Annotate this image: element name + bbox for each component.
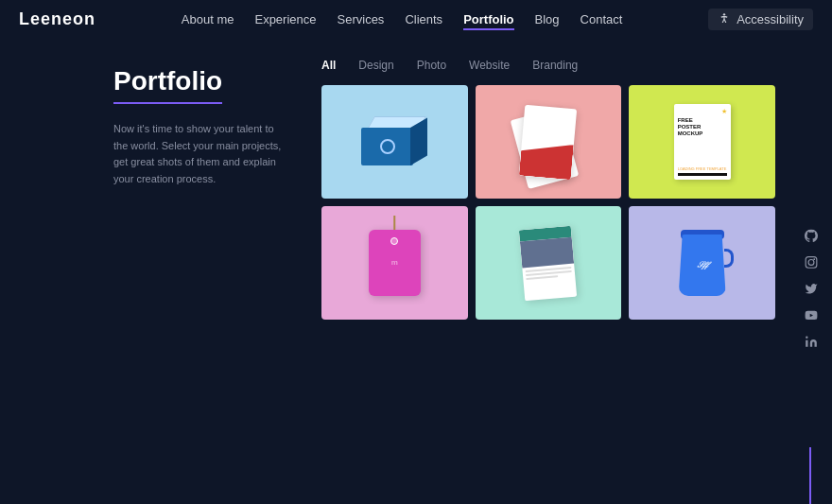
brochure: [519, 225, 577, 301]
filter-design[interactable]: Design: [358, 59, 393, 72]
instagram-icon[interactable]: [804, 254, 819, 269]
main-nav: Leeneon About me Experience Services Cli…: [0, 0, 832, 38]
logo: Leeneon: [19, 9, 95, 29]
youtube-icon[interactable]: [804, 307, 819, 322]
tag-text: m: [391, 258, 398, 268]
github-icon[interactable]: [804, 228, 819, 243]
poster-subtitle: LOADING FREE TEMPLATE: [678, 166, 727, 171]
box-front: [361, 128, 413, 165]
portfolio-item-cup[interactable]: 𝒮𝒻𝒻: [629, 206, 775, 320]
box-3d: [361, 116, 427, 168]
filter-tabs: All Design Photo Website Branding: [321, 47, 775, 72]
svg-point-5: [806, 336, 807, 338]
portfolio-item-box[interactable]: [321, 85, 468, 199]
linkedin-icon[interactable]: [804, 334, 819, 349]
filter-photo[interactable]: Photo: [417, 59, 446, 72]
nav-item-services[interactable]: Services: [338, 10, 385, 27]
accessibility-icon: [718, 12, 731, 26]
portfolio-area: All Design Photo Website Branding: [321, 47, 775, 320]
portfolio-item-brochure[interactable]: [476, 206, 622, 320]
poster-bar: [678, 173, 727, 176]
nav-links: About me Experience Services Clients Por…: [182, 10, 623, 27]
svg-point-0: [723, 13, 725, 15]
card-red-shape: [519, 140, 574, 180]
brochure-image: [520, 236, 574, 268]
portfolio-item-cards[interactable]: [476, 85, 622, 199]
filter-all[interactable]: All: [321, 59, 336, 72]
svg-point-2: [808, 259, 814, 265]
page-description: Now it's time to show your talent to the…: [113, 121, 284, 187]
filter-website[interactable]: Website: [469, 59, 510, 72]
cards-mockup: [476, 85, 622, 199]
social-icons: [804, 228, 819, 349]
tag-shape: m: [369, 230, 421, 296]
poster-star: ★: [721, 108, 727, 115]
tag-hole: [390, 237, 398, 245]
accessibility-label: Accessibility: [737, 12, 804, 26]
sidebar-text: Portfolio Now it's time to show your tal…: [113, 47, 284, 320]
nav-item-about[interactable]: About me: [182, 10, 234, 27]
cup-text: 𝒮𝒻𝒻: [697, 261, 708, 270]
cup-body: 𝒮𝒻𝒻: [679, 235, 726, 296]
tag-mockup: m: [321, 206, 468, 320]
portfolio-item-poster[interactable]: ★ FREEPOSTERMOCKUP LOADING FREE TEMPLATE: [629, 85, 775, 199]
poster-top: ★: [678, 108, 727, 115]
nav-item-clients[interactable]: Clients: [405, 10, 442, 27]
brochure-mockup: [476, 206, 622, 320]
accessibility-button[interactable]: Accessibility: [708, 9, 813, 30]
box-circle: [380, 139, 395, 154]
poster-mockup: ★ FREEPOSTERMOCKUP LOADING FREE TEMPLATE: [629, 85, 775, 199]
portfolio-item-tag[interactable]: m: [321, 206, 468, 320]
nav-item-contact[interactable]: Contact: [581, 10, 623, 27]
portfolio-grid: ★ FREEPOSTERMOCKUP LOADING FREE TEMPLATE…: [321, 85, 775, 320]
page-title: Portfolio: [113, 66, 222, 104]
cup: 𝒮𝒻𝒻: [679, 230, 726, 296]
card-front: [519, 104, 577, 180]
nav-item-blog[interactable]: Blog: [535, 10, 560, 27]
cup-mockup: 𝒮𝒻𝒻: [629, 206, 775, 320]
filter-branding[interactable]: Branding: [532, 59, 578, 72]
cup-handle: [724, 249, 734, 268]
box-mockup: [321, 85, 468, 199]
poster: ★ FREEPOSTERMOCKUP LOADING FREE TEMPLATE: [674, 104, 731, 180]
twitter-icon[interactable]: [804, 281, 819, 296]
accent-line: [809, 447, 811, 504]
tag-string: [394, 216, 396, 230]
main-content: Portfolio Now it's time to show your tal…: [0, 38, 832, 320]
poster-title: FREEPOSTERMOCKUP: [678, 117, 727, 165]
nav-item-experience[interactable]: Experience: [254, 10, 316, 27]
nav-item-portfolio[interactable]: Portfolio: [463, 10, 513, 27]
svg-rect-1: [806, 256, 817, 268]
svg-point-3: [813, 258, 815, 260]
